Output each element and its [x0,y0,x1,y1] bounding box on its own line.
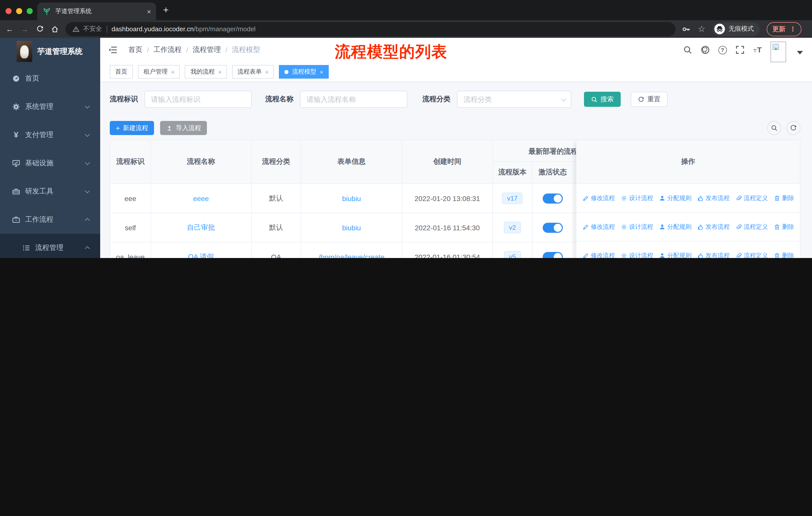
maximize-window-button[interactable] [27,8,33,14]
workflow-submenu: 流程管理 流程表单 用户分组 流程模型 [0,234,100,258]
assign-rule-link[interactable]: 分配规则 [659,251,691,258]
tag-process-form[interactable]: 流程表单× [232,65,274,79]
close-icon[interactable]: × [320,69,323,75]
edit-icon [582,223,589,230]
version-badge[interactable]: v17 [502,192,523,204]
browser-menu-icon[interactable]: ⋮ [790,25,796,33]
tag-process-model[interactable]: 流程模型× [279,65,329,79]
filter-name-label: 流程名称 [265,95,293,104]
delete-link[interactable]: 删除 [774,251,794,258]
process-name-link[interactable]: 自己审批 [187,223,215,232]
font-size-icon[interactable]: ⊤T [753,45,762,54]
address-bar[interactable]: 不安全 dashboard.yudao.iocoder.cn/bpm/manag… [65,22,675,36]
search-icon[interactable] [683,45,692,54]
refresh-table-button[interactable] [786,121,801,135]
edit-process-link[interactable]: 修改流程 [582,194,615,202]
github-icon[interactable] [700,45,709,54]
delete-link[interactable]: 删除 [774,194,794,202]
sidebar-item-devtools[interactable]: 研发工具 [0,178,100,206]
version-badge[interactable]: v5 [504,251,521,258]
process-definition-link[interactable]: 流程定义 [735,222,768,231]
reload-icon[interactable] [32,25,47,33]
tab-close-icon[interactable]: × [147,7,151,16]
sidebar-item-payment[interactable]: ¥ 支付管理 [0,121,100,149]
tag-my-process[interactable]: 我的流程× [185,65,227,79]
logo-avatar [17,41,32,62]
new-tab-button[interactable]: + [163,4,169,16]
delete-link[interactable]: 删除 [774,222,794,231]
reset-button[interactable]: 重置 [631,92,668,107]
sidebar-item-home[interactable]: 首页 [0,64,100,93]
filter-name-input[interactable] [300,91,407,108]
action-label: 流程定义 [744,251,768,258]
key-icon[interactable] [682,24,691,33]
avatar-dropdown-icon[interactable] [797,51,803,54]
close-icon[interactable]: × [171,69,174,75]
cell-active [532,184,573,213]
version-badge[interactable]: v2 [504,222,521,233]
import-process-button[interactable]: 导入流程 [160,121,207,135]
forward-icon[interactable]: → [17,25,32,33]
search-button[interactable]: 搜索 [584,92,621,107]
create-process-button[interactable]: + 新建流程 [110,121,154,135]
edit-icon [582,195,589,201]
process-definition-link[interactable]: 流程定义 [735,251,768,258]
sidebar-item-workflow[interactable]: 工作流程 [0,206,100,234]
cell-name-link: eeee [151,184,252,213]
tag-tenant[interactable]: 租户管理× [138,65,180,79]
process-name-link[interactable]: OA 请假 [188,252,214,258]
minimize-window-button[interactable] [16,8,22,14]
active-toggle[interactable] [543,222,562,233]
design-process-link[interactable]: 设计流程 [620,194,653,202]
breadcrumb-item[interactable]: 工作流程 [153,45,182,54]
sidebar-item-infrastructure[interactable]: 基础设施 [0,149,100,178]
publish-process-link[interactable]: 发布流程 [697,194,730,202]
close-window-button[interactable] [5,8,11,14]
chevron-up-icon [85,246,90,251]
form-info-link[interactable]: biubiu [342,194,361,202]
avatar[interactable] [770,41,786,62]
close-icon[interactable]: × [218,69,222,75]
home-icon[interactable] [47,25,62,33]
filter-id-input[interactable] [144,91,252,108]
form-info-link[interactable]: /bpm/oa/leave/create [319,253,385,258]
process-definition-link[interactable]: 流程定义 [735,194,768,202]
action-label: 发布流程 [705,194,730,202]
active-toggle[interactable] [543,193,562,203]
publish-process-link[interactable]: 发布流程 [697,251,730,258]
fullscreen-icon[interactable] [735,45,744,54]
close-icon[interactable]: × [265,69,268,75]
publish-process-link[interactable]: 发布流程 [697,222,730,231]
filter-category-select[interactable] [457,91,571,108]
breadcrumb-item[interactable]: 首页 [128,45,142,54]
edit-process-link[interactable]: 修改流程 [582,251,615,258]
action-label: 分配规则 [667,251,691,258]
favicon-sprout-icon [42,7,51,16]
assign-rule-link[interactable]: 分配规则 [659,194,691,202]
active-toggle[interactable] [543,252,562,258]
filter-category-input[interactable] [457,91,571,108]
update-button[interactable]: 更新 ⋮ [767,22,802,36]
sidebar-menu: 首页 系统管理 ¥ 支付管理 基础设施 [0,64,100,258]
browser-tab[interactable]: 芋道管理系统 × [37,2,156,20]
assign-rule-link[interactable]: 分配规则 [659,222,691,231]
annotation-text: 流程模型的列表 [335,41,447,62]
sidebar-fold-icon[interactable] [108,46,117,54]
breadcrumb-item[interactable]: 流程管理 [193,45,221,54]
security-label[interactable]: 不安全 [83,25,102,33]
app-logo[interactable]: 芋道管理系统 [0,38,100,61]
process-name-link[interactable]: eeee [193,194,209,202]
design-process-link[interactable]: 设计流程 [620,222,653,231]
tag-home[interactable]: 首页 [110,65,133,79]
edit-process-link[interactable]: 修改流程 [582,222,615,231]
sidebar-item-system[interactable]: 系统管理 [0,93,100,121]
update-label: 更新 [773,24,786,33]
design-process-link[interactable]: 设计流程 [620,251,653,258]
form-info-link[interactable]: biubiu [342,223,361,232]
sidebar-item-process-management[interactable]: 流程管理 [0,234,100,258]
help-icon[interactable]: ? [718,46,727,54]
back-icon[interactable]: ← [2,25,17,33]
chevron-up-icon [85,218,90,223]
show-search-button[interactable] [767,121,781,135]
bookmark-star-icon[interactable]: ☆ [698,24,705,34]
